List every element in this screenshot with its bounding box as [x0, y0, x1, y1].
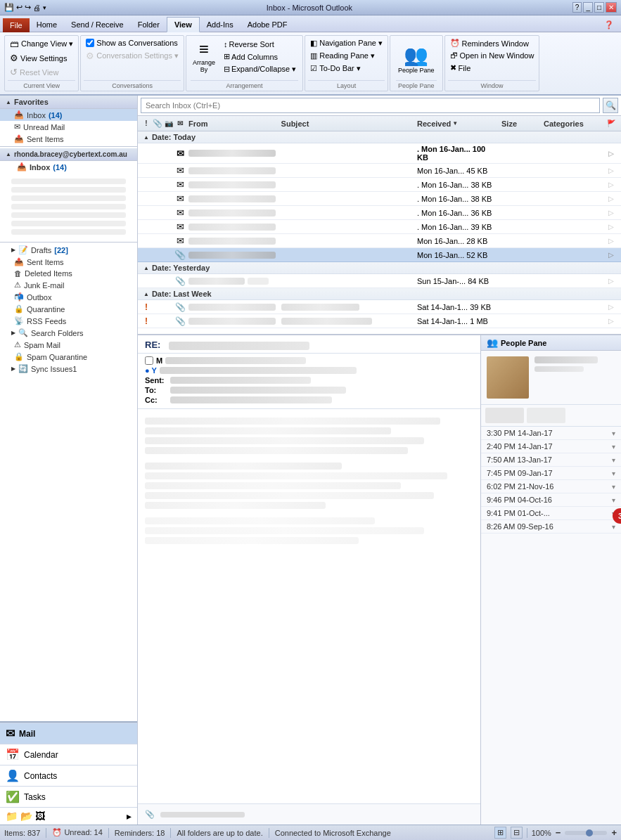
favorites-header[interactable]: ▲ Favorites [0, 96, 137, 109]
time-entry-4[interactable]: 7:45 PM 09-Jan-17 ▾ [481, 467, 621, 480]
time-entry-bottom[interactable]: 8:26 AM 09-Sep-16 ▾ [481, 520, 621, 534]
tab-adobe-pdf[interactable]: Adobe PDF [241, 18, 295, 32]
sidebar-item-junk[interactable]: ⚠ Junk E-mail [0, 279, 137, 291]
close-all-items-button[interactable]: ✖ File [448, 62, 537, 74]
todo-bar-button[interactable]: ☑ To-Do Bar ▾ [308, 63, 385, 75]
save-icon[interactable]: 💾 [4, 3, 14, 12]
ribbon-group-current-view: 🗃 Change View ▾ ⚙ View Settings ↺ Reset … [4, 35, 79, 91]
print-icon[interactable]: 🖨 [33, 4, 41, 12]
reverse-sort-button[interactable]: ↕ Reverse Sort [222, 39, 298, 50]
layout-icon-2[interactable]: ⊟ [511, 827, 523, 839]
redo-icon[interactable]: ↪ [25, 3, 31, 12]
nav-btn-mail[interactable]: ✉ Mail [0, 723, 137, 744]
tab-file[interactable]: File [3, 18, 30, 32]
sidebar-item-spam-quarantine[interactable]: 🔒 Spam Quarantine [0, 351, 137, 363]
people-pane-button[interactable]: 👥 People Pane [396, 37, 437, 80]
col-header-importance[interactable]: ! [141, 119, 152, 127]
col-header-paperclip[interactable]: 📎 [152, 119, 163, 128]
reading-pane-button[interactable]: ▥ Reading Pane ▾ [308, 50, 385, 62]
sidebar-item-outbox[interactable]: 📬 Outbox [0, 291, 137, 303]
minimize-button[interactable]: _ [583, 2, 593, 13]
open-new-window-button[interactable]: 🗗 Open in New Window [448, 50, 537, 61]
sidebar-item-quarantine[interactable]: 🔒 Quarantine [0, 303, 137, 315]
msg-row-7[interactable]: ✉ Mon 16-Jan... 28 KB ▷ [138, 234, 621, 248]
sidebar-item-unread-mail[interactable]: ✉ Unread Mail [0, 121, 137, 133]
time-entry-3[interactable]: 7:50 AM 13-Jan-17 ▾ [481, 453, 621, 467]
yesterday-collapse-icon[interactable]: ▲ [143, 265, 149, 271]
sidebar-item-deleted-items[interactable]: 🗑 Deleted Items [0, 268, 137, 279]
zoom-minus[interactable]: − [556, 827, 561, 838]
tab-home[interactable]: Home [30, 18, 64, 32]
time-entry-7[interactable]: 9:41 PM 01-Oct-... ▾ 3 [481, 507, 621, 520]
search-button[interactable]: 🔍 [603, 98, 618, 113]
help-icon[interactable]: ? [572, 2, 582, 13]
reset-view-button[interactable]: ↺ Reset View [8, 65, 75, 79]
account-header[interactable]: ▲ rhonda.bracey@cybertext.com.au [0, 148, 137, 161]
msg-row-8-selected[interactable]: 📎 Mon 16-Jan... 52 KB ▷ [138, 248, 621, 262]
col-header-subject[interactable]: Subject [279, 119, 414, 128]
time-entry-2[interactable]: 2:40 PM 14-Jan-17 ▾ [481, 440, 621, 453]
msg-row-6[interactable]: ✉ . Mon 16-Jan... 39 KB ▷ [138, 220, 621, 234]
msg-row-2[interactable]: ✉ Mon 16-Jan... 45 KB ▷ [138, 164, 621, 178]
sidebar-item-sent-items[interactable]: 📤 Sent Items [0, 256, 137, 268]
tab-add-ins[interactable]: Add-Ins [200, 18, 241, 32]
col-header-from[interactable]: From [186, 119, 279, 128]
show-as-conversations-button[interactable]: Show as Conversations [84, 37, 181, 49]
msg-row-lastweek-1[interactable]: ! 📎 Sat 14-Jan-1... 39 KB ▷ [138, 300, 621, 314]
last-week-collapse-icon[interactable]: ▲ [143, 291, 149, 297]
search-input[interactable] [141, 98, 600, 113]
col-header-photo[interactable]: 📷 [163, 119, 174, 127]
reading-msg-checkbox[interactable] [145, 356, 153, 365]
change-view-button[interactable]: 🗃 Change View ▾ [8, 37, 75, 51]
col-header-categories[interactable]: Categories [541, 119, 604, 128]
sidebar-item-inbox-account[interactable]: 📥 Inbox (14) [0, 161, 137, 173]
col-header-size[interactable]: Size [499, 119, 541, 128]
sidebar-item-sent-items-favorites[interactable]: 📤 Sent Items [0, 133, 137, 145]
col-header-flag[interactable]: 🚩 [604, 119, 618, 127]
navigation-pane-button[interactable]: ◧ Navigation Pane ▾ [308, 37, 385, 49]
expand-collapse-button[interactable]: ⊟ Expand/Collapse ▾ [222, 63, 298, 75]
arrange-by-button[interactable]: ≡ ArrangeBy [191, 37, 217, 75]
msg-row-lastweek-2[interactable]: ! 📎 Sat 14-Jan-1... 1 MB ▷ [138, 314, 621, 328]
restore-button[interactable]: □ [594, 2, 604, 13]
conversation-settings-button[interactable]: ⚙ Conversation Settings ▾ [84, 49, 181, 63]
sidebar-item-drafts[interactable]: ▶ 📝 Drafts [22] [0, 244, 137, 256]
col-header-received[interactable]: Received ▼ [414, 119, 499, 128]
zoom-plus[interactable]: + [611, 827, 617, 838]
time-entry-6[interactable]: 9:46 PM 04-Oct-16 ▾ [481, 493, 621, 507]
close-button[interactable]: ✕ [606, 2, 617, 13]
nav-small-mail-icon[interactable]: 📁 [6, 810, 18, 822]
sidebar-item-inbox-favorites[interactable]: 📥 Inbox (14) [0, 109, 137, 121]
tab-folder[interactable]: Folder [131, 18, 167, 32]
nav-btn-calendar[interactable]: 📅 Calendar [0, 744, 137, 765]
sidebar-item-search-folders[interactable]: ▶ 🔍 Search Folders [0, 327, 137, 339]
msg-row-yesterday-1[interactable]: 📎 Sun 15-Jan-... 84 KB ▷ [138, 274, 621, 288]
view-settings-button[interactable]: ⚙ View Settings [8, 51, 75, 65]
undo-icon[interactable]: ↩ [16, 3, 23, 12]
nav-btn-contacts[interactable]: 👤 Contacts [0, 765, 137, 786]
sidebar-item-rss-feeds[interactable]: 📡 RSS Feeds [0, 315, 137, 327]
msg-row-4[interactable]: ✉ . Mon 16-Jan... 38 KB ▷ [138, 192, 621, 206]
nav-small-more-icon[interactable]: 🖼 [35, 810, 45, 822]
layout-icon-1[interactable]: ⊞ [494, 827, 506, 839]
sidebar-item-spam-mail[interactable]: ⚠ Spam Mail [0, 339, 137, 351]
zoom-slider[interactable] [565, 831, 607, 835]
nav-small-folder-icon[interactable]: 📂 [20, 810, 32, 822]
nav-btn-tasks[interactable]: ✅ Tasks [0, 786, 137, 807]
nav-chevron-icon[interactable]: ▸ [127, 810, 132, 822]
col-header-icon[interactable]: ✉ [174, 119, 186, 127]
time-entry-5[interactable]: 6:02 PM 21-Nov-16 ▾ [481, 480, 621, 493]
msg-row-3[interactable]: ✉ . Mon 16-Jan... 38 KB ▷ [138, 178, 621, 192]
time-entry-1[interactable]: 3:30 PM 14-Jan-17 ▾ [481, 427, 621, 440]
msg-row-1[interactable]: ✉ . Mon 16-Jan... 100 KB ▷ [138, 143, 621, 164]
show-as-conversations-checkbox[interactable] [86, 39, 94, 47]
tab-view[interactable]: View [167, 17, 200, 32]
zoom-thumb[interactable] [586, 829, 593, 836]
today-collapse-icon[interactable]: ▲ [143, 134, 149, 141]
sidebar-item-sync-issues[interactable]: ▶ 🔄 Sync Issues1 [0, 363, 137, 375]
reminders-window-button[interactable]: ⏰ Reminders Window [448, 37, 537, 49]
add-columns-button[interactable]: ⊞ Add Columns [222, 51, 298, 63]
help-question[interactable]: ❓ [600, 18, 618, 32]
tab-send-receive[interactable]: Send / Receive [64, 18, 131, 32]
msg-row-5[interactable]: ✉ . Mon 16-Jan... 36 KB ▷ [138, 206, 621, 220]
